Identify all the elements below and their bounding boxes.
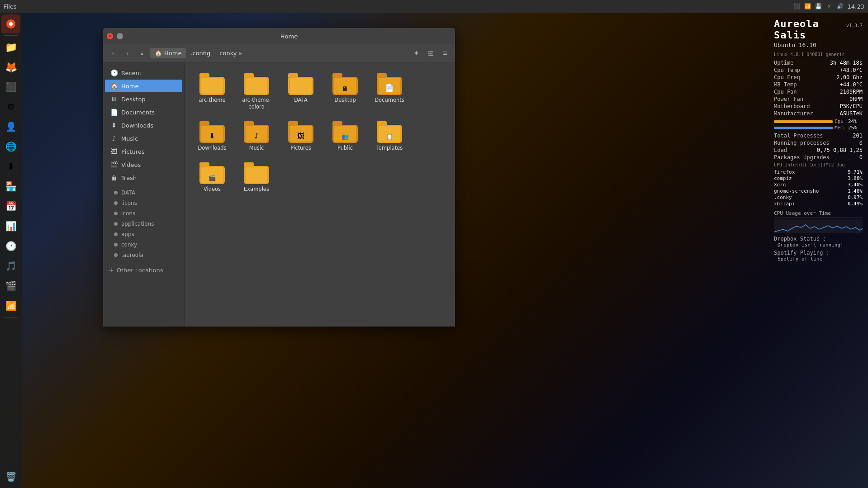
desktop-icon: 🖥	[110, 95, 118, 103]
folder-name-DATA: DATA	[294, 97, 308, 104]
conky-total-processes: Total Processes 201	[774, 133, 863, 139]
dock-item-clock[interactable]: 🕐	[1, 237, 20, 256]
folder-public[interactable]: 👥 Public	[325, 118, 365, 155]
disk-icon[interactable]: 💾	[815, 3, 822, 10]
breadcrumb-home[interactable]: 🏠 Home	[150, 48, 186, 58]
dock-item-settings[interactable]: ⚙️	[1, 97, 20, 116]
fm-close-button[interactable]: ✕	[107, 33, 113, 39]
dock-separator-1	[4, 35, 18, 36]
conky-packages: Packages Upgrades 0	[774, 154, 863, 161]
documents-icon: 📄	[110, 109, 118, 116]
trash-icon: 🗑	[110, 174, 118, 181]
folder-icon-templates: 📋	[377, 121, 402, 143]
conky-proc-gnome-screensho: gnome-screensho 1,46%	[774, 188, 863, 194]
dock-item-monitor[interactable]: 📊	[1, 217, 20, 236]
dock-item-network[interactable]: 🌐	[1, 137, 20, 156]
fm-up-button[interactable]: ▲	[136, 47, 148, 60]
dock-item-wifi-settings[interactable]: 📶	[1, 296, 20, 315]
dock-item-software[interactable]: 🏪	[1, 177, 20, 196]
sidebar-item-apps[interactable]: apps	[105, 229, 182, 239]
dock-item-files[interactable]: 📁	[1, 38, 20, 57]
dock-item-ubuntu[interactable]	[1, 14, 20, 33]
folder-arc-theme-colora[interactable]: arc-theme-colora	[236, 70, 277, 114]
fm-forward-button[interactable]: ›	[121, 47, 134, 60]
clock-display: 14:23	[848, 3, 864, 10]
folder-templates[interactable]: 📋 Templates	[369, 118, 410, 155]
conky-stat-manufacturer: Manufacturer ASUSTeK	[774, 110, 863, 117]
conky-cpufan-value: 2109RPM	[840, 89, 863, 95]
sidebar-home-label: Home	[121, 83, 138, 90]
folder-desktop[interactable]: 🖥 Desktop	[325, 70, 365, 114]
bluetooth-icon[interactable]: ⚡	[826, 3, 833, 10]
folder-videos[interactable]: 🎬 Videos	[192, 159, 232, 196]
breadcrumb-config-label: .config	[190, 50, 210, 57]
sidebar-item-pictures[interactable]: 🖼 Pictures	[105, 145, 182, 158]
fm-bookmark-button[interactable]: ✦	[410, 47, 422, 60]
sidebar-item-DATA[interactable]: DATA	[105, 188, 182, 198]
folder-icon-music: ♪	[244, 121, 269, 143]
folder-arc-theme[interactable]: arc-theme	[192, 70, 232, 114]
sidebar-other-locations[interactable]: + Other Locations	[103, 264, 184, 276]
sidebar-item-icons2[interactable]: icons	[105, 208, 182, 218]
conky-os: Ubuntu 16.10	[774, 42, 863, 48]
sidebar-item-music[interactable]: ♪ Music	[105, 132, 182, 145]
conky-running-processes: Running processes 0	[774, 140, 863, 146]
recent-icon: 🕐	[110, 69, 118, 76]
dock-item-terminal[interactable]: ⬛	[1, 77, 20, 96]
sidebar-item-documents[interactable]: 📄 Documents	[105, 106, 182, 118]
folder-music[interactable]: ♪ Music	[236, 118, 277, 155]
conky-cpufreq-label: Cpu Freq	[774, 74, 800, 81]
dock-item-trash[interactable]: 🗑️	[1, 467, 20, 486]
sidebar-item-icons1[interactable]: .icons	[105, 198, 182, 208]
dock-item-download[interactable]: ⬇️	[1, 157, 20, 176]
sidebar-data-label: DATA	[121, 190, 135, 196]
conky-cputemp-label: Cpu Temp	[774, 67, 800, 73]
folder-DATA[interactable]: DATA	[280, 70, 321, 114]
folder-icon-pictures: 🖼	[288, 121, 313, 143]
folder-pictures[interactable]: 🖼 Pictures	[280, 118, 321, 155]
breadcrumb-config[interactable]: .config	[186, 48, 215, 58]
sidebar-item-downloads[interactable]: ⬇ Downloads	[105, 119, 182, 132]
sidebar-item-applications[interactable]: applications	[105, 219, 182, 229]
sidebar-item-recent[interactable]: 🕐 Recent	[105, 66, 182, 79]
sidebar-item-desktop[interactable]: 🖥 Desktop	[105, 93, 182, 105]
folder-documents[interactable]: 📄 Documents	[369, 70, 410, 114]
sidebar-item-trash[interactable]: 🗑 Trash	[105, 171, 182, 184]
dock-item-video-player[interactable]: 🎬	[1, 276, 20, 295]
fm-minimize-button[interactable]	[117, 33, 123, 39]
sidebar-item-conky[interactable]: conky	[105, 240, 182, 250]
dock-item-user[interactable]: 👤	[1, 117, 20, 136]
documents-folder-overlay-icon: 📄	[385, 84, 394, 92]
fm-folder-grid: arc-theme arc-theme-colora	[192, 70, 448, 196]
screen-icon[interactable]: ⬛	[793, 3, 801, 10]
taskbar-files-label: Files	[4, 3, 17, 10]
dot-icon-2	[114, 201, 118, 205]
conky-cpufan-label: Cpu Fan	[774, 89, 797, 95]
sidebar-item-videos[interactable]: 🎬 Videos	[105, 158, 182, 171]
breadcrumb-home-label: Home	[164, 50, 181, 57]
audio-icon[interactable]: 🔊	[837, 3, 844, 10]
folder-name-documents: Documents	[375, 97, 404, 104]
conky-widget: Aureola Salis v1.3.7 Ubuntu 16.10 Linux …	[768, 13, 868, 338]
conky-processes-section: firefox 9,71% compiz 3,88% Xorg 3,40% gn…	[774, 169, 863, 207]
dock-item-calendar[interactable]: 📅	[1, 197, 20, 216]
conky-uptime-value: 3h 48m 18s	[830, 60, 863, 66]
network-status-icon[interactable]: 📶	[804, 3, 811, 10]
fm-back-button[interactable]: ‹	[107, 47, 119, 60]
conky-mbtemp-value: +44.0°C	[840, 81, 863, 88]
folder-icon-videos: 🎬	[199, 162, 225, 184]
breadcrumb-conky[interactable]: conky ▶	[215, 48, 247, 58]
home-icon: 🏠	[110, 82, 118, 90]
public-folder-overlay-icon: 👥	[342, 133, 349, 140]
fm-menu-button[interactable]: ≡	[439, 47, 451, 60]
conky-powerfan-label: Power Fan	[774, 96, 803, 102]
dock-item-firefox[interactable]: 🦊	[1, 57, 20, 76]
conky-cpu-chart	[774, 219, 863, 233]
fm-view-grid-button[interactable]: ⊞	[424, 47, 437, 60]
folder-examples[interactable]: Examples	[236, 159, 277, 196]
conky-stat-powerfan: Power Fan 0RPM	[774, 96, 863, 102]
folder-downloads[interactable]: ⬇ Downloads	[192, 118, 232, 155]
dock-item-music-player[interactable]: 🎵	[1, 256, 20, 275]
sidebar-item-aureola[interactable]: .aureola	[105, 250, 182, 260]
sidebar-item-home[interactable]: 🏠 Home	[105, 80, 182, 92]
